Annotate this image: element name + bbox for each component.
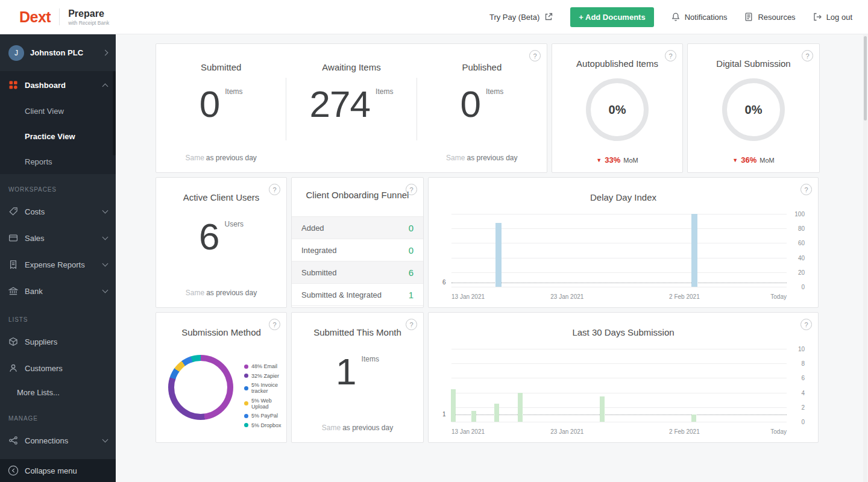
delta-indicator: ▼ 33% MoM <box>552 155 682 164</box>
stat-value: 0 <box>460 86 480 123</box>
chevron-down-icon <box>102 234 108 240</box>
logout-icon <box>813 12 822 22</box>
chart-bar <box>494 404 499 422</box>
plot-area: 1 <box>451 349 787 422</box>
table-row: Added 0 <box>292 217 423 239</box>
sidebar-item-bank[interactable]: Bank <box>0 278 116 304</box>
active-client-users-card: ? Active Client Users 6 Users Sameas pre… <box>156 177 287 308</box>
page-scrollbar[interactable] <box>863 35 867 482</box>
help-icon[interactable]: ? <box>802 50 813 61</box>
card-title: Active Client Users <box>156 178 286 202</box>
help-icon[interactable]: ? <box>406 319 417 330</box>
y-axis: 1086420 <box>790 349 810 422</box>
sidebar-item-my-profile[interactable]: My Profile <box>0 454 116 459</box>
dashboard-group: Dashboard Client View Practice View Repo… <box>0 72 116 174</box>
try-pay-link[interactable]: Try Pay (Beta) <box>489 12 553 22</box>
scrollbar-thumb[interactable] <box>864 36 867 120</box>
ring-value: 0% <box>609 103 626 117</box>
bell-icon <box>671 12 681 22</box>
legend-item: 5% Web Upload <box>244 398 281 410</box>
onboarding-funnel-card: ? Client Onboarding Funnel Added 0 Integ… <box>291 177 424 308</box>
stat-title: Awaiting Items <box>286 62 416 72</box>
add-documents-button[interactable]: + Add Documents <box>570 7 653 27</box>
chevron-right-icon <box>102 50 108 56</box>
stat-submitted: Submitted 0 Items Sameas previous day <box>156 44 286 172</box>
card-title: Submitted This Month <box>292 313 423 337</box>
legend-item: 5% Dropbox <box>244 422 281 428</box>
digital-submission-card: ? Digital Submission 0% ▼ 36% MoM <box>687 43 820 173</box>
chart-legend: 48% Email 32% Zapier 5% Invoice tracker … <box>244 363 281 428</box>
chart-bar <box>471 411 476 422</box>
legend-item: 5% Invoice tracker <box>244 382 281 394</box>
sidebar-item-client-view[interactable]: Client View <box>0 98 116 124</box>
down-arrow-icon: ▼ <box>596 157 602 163</box>
legend-dot <box>244 365 248 369</box>
workspaces-section-label: WORKSPACES <box>0 174 116 198</box>
collapse-icon <box>8 465 19 476</box>
chevron-down-icon <box>102 261 108 267</box>
submitted-this-month-card: ? Submitted This Month 1 Items Sameas pr… <box>291 312 424 443</box>
lists-section-label: LISTS <box>0 304 116 328</box>
logout-label: Log out <box>826 13 852 22</box>
help-icon[interactable]: ? <box>406 184 417 195</box>
submission-method-chart: 48% Email 32% Zapier 5% Invoice tracker … <box>167 350 281 437</box>
chevron-down-icon <box>102 208 108 214</box>
dext-logo[interactable]: Dext <box>19 8 51 26</box>
delay-day-index-chart: 6 100806040200 13 Jan 202123 Jan 20212 F… <box>451 214 810 300</box>
sidebar-item-costs[interactable]: Costs <box>0 198 116 225</box>
sidebar-scrollbar[interactable] <box>113 71 116 155</box>
sidebar-item-reports[interactable]: Reports <box>0 149 116 174</box>
progress-ring: 0% <box>722 78 785 141</box>
chart-bar <box>691 415 696 422</box>
dashboard-label: Dashboard <box>25 81 96 90</box>
stat-unit: Items <box>225 87 242 96</box>
last-30-days-submission-card: ? Last 30 Days Submission 1 1086420 13 J… <box>428 312 819 443</box>
chart-bar <box>451 389 456 422</box>
sidebar-item-suppliers[interactable]: Suppliers <box>0 328 116 355</box>
card-title: Submission Method <box>156 313 286 337</box>
chart-bar <box>600 396 605 422</box>
ring-value: 0% <box>745 103 763 117</box>
chart-bar <box>518 393 523 422</box>
chevron-down-icon <box>102 437 108 443</box>
help-icon[interactable]: ? <box>800 184 812 195</box>
card-title: Client Onboarding Funnel <box>292 178 423 200</box>
card-title: Last 30 Days Submission <box>429 313 818 337</box>
sidebar-item-customers[interactable]: Customers <box>0 355 116 381</box>
last-30-days-chart: 1 1086420 13 Jan 202123 Jan 20212 Feb 20… <box>451 349 810 435</box>
help-icon[interactable]: ? <box>665 50 676 61</box>
sidebar-item-sales[interactable]: Sales <box>0 225 116 251</box>
delay-day-index-card: ? Delay Day Index 6 100806040200 13 Jan … <box>428 177 819 308</box>
stat-published: Published 0 Items Sameas previous day <box>417 44 547 172</box>
help-icon[interactable]: ? <box>269 319 280 330</box>
try-pay-label: Try Pay (Beta) <box>489 13 539 22</box>
stat-unit: Items <box>486 87 503 96</box>
logout-link[interactable]: Log out <box>813 12 852 22</box>
card-icon <box>8 233 18 243</box>
sidebar-item-more-lists[interactable]: More Lists... <box>0 381 116 403</box>
sidebar-item-dashboard[interactable]: Dashboard <box>0 72 116 98</box>
stat-value: 6 <box>199 218 219 255</box>
table-row: Submitted & Integrated 1 <box>292 284 423 306</box>
help-icon[interactable]: ? <box>800 319 812 330</box>
chevron-down-icon <box>102 287 108 293</box>
resources-link[interactable]: Resources <box>744 12 795 22</box>
sidebar-item-expense-reports[interactable]: Expense Reports <box>0 251 116 278</box>
logo-area: Dext Prepare with Receipt Bank <box>19 8 109 26</box>
submission-method-card: ? Submission Method 48% Email 32% Zapier… <box>156 312 287 443</box>
card-title: Digital Submission <box>688 44 819 69</box>
notifications-link[interactable]: Notifications <box>671 12 728 22</box>
help-icon[interactable]: ? <box>269 184 280 195</box>
top-bar: Dext Prepare with Receipt Bank Try Pay (… <box>0 0 868 34</box>
stat-footnote: Sameas previous day <box>417 154 547 162</box>
legend-dot <box>244 401 248 405</box>
account-switcher[interactable]: J Johnston PLC <box>0 34 116 72</box>
bank-label: Bank <box>25 287 96 296</box>
collapse-menu-button[interactable]: Collapse menu <box>0 459 116 482</box>
chevron-up-icon <box>102 83 108 89</box>
receipt-icon <box>8 260 18 269</box>
sidebar-item-connections[interactable]: Connections <box>0 427 116 454</box>
sidebar-item-practice-view[interactable]: Practice View <box>0 124 116 149</box>
stat-unit: Items <box>376 87 393 96</box>
manage-section-label: MANAGE <box>0 403 116 427</box>
